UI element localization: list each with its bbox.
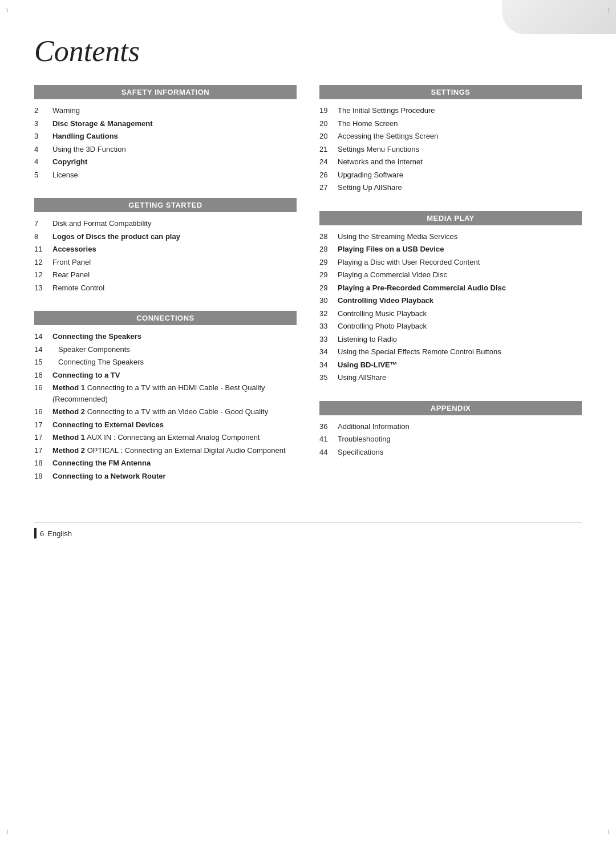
toc-text: Connecting to External Devices <box>52 419 164 431</box>
toc-num: 16 <box>34 370 52 381</box>
toc-text: Specifications <box>338 447 383 458</box>
list-item: 7 Disk and Format Compatibility <box>34 218 297 229</box>
toc-num: 18 <box>34 458 52 469</box>
toc-text: Playing a Disc with User Recorded Conten… <box>338 257 480 268</box>
toc-text: Using the Streaming Media Services <box>338 231 457 242</box>
toc-num: 12 <box>34 257 52 268</box>
list-item: 35 Using AllShare <box>319 372 582 383</box>
media-play-header: MEDIA PLAY <box>319 211 582 225</box>
section-appendix: APPENDIX 36 Additional Information 41 Tr… <box>319 401 582 460</box>
toc-text: Front Panel <box>52 257 91 268</box>
footer: 6 English <box>34 522 582 539</box>
list-item: 14 Connecting the Speakers <box>34 331 297 342</box>
list-item: 18 Connecting the FM Antenna <box>34 458 297 469</box>
toc-num: 5 <box>34 169 52 181</box>
list-item: 32 Controlling Music Playback <box>319 308 582 319</box>
toc-num: 34 <box>319 359 338 371</box>
toc-num: 3 <box>34 131 52 142</box>
toc-text: Disc Storage & Management <box>52 118 153 129</box>
toc-text: Controlling Photo Playback <box>338 321 427 332</box>
page-title: Contents <box>34 34 582 68</box>
list-item: 36 Additional Information <box>319 421 582 432</box>
toc-num: 24 <box>319 156 338 168</box>
toc-num: 28 <box>319 231 338 242</box>
toc-text: The Home Screen <box>338 118 398 129</box>
toc-text: Connecting The Speakers <box>52 357 144 368</box>
toc-text: Handling Cautions <box>52 131 118 142</box>
list-item: 28 Playing Files on a USB Device <box>319 244 582 255</box>
toc-text: Controlling Video Playback <box>338 295 433 306</box>
toc-num: 18 <box>34 471 52 482</box>
section-getting-started: GETTING STARTED 7 Disk and Format Compat… <box>34 198 297 295</box>
list-item: 16 Method 2 Connecting to a TV with an V… <box>34 406 297 418</box>
list-item: 14 Speaker Components <box>34 344 297 355</box>
section-safety: SAFETY INFORMATION 2 Warning 3 Disc Stor… <box>34 85 297 182</box>
toc-text: Connecting the FM Antenna <box>52 458 151 469</box>
list-item: 16 Connecting to a TV <box>34 370 297 381</box>
toc-text: Connecting to a Network Router <box>52 471 166 482</box>
section-settings: SETTINGS 19 The Initial Settings Procedu… <box>319 85 582 195</box>
corner-mark-tr: ┌ <box>606 6 610 12</box>
toc-num: 20 <box>319 131 338 142</box>
list-item: 29 Playing a Pre-Recorded Commercial Aud… <box>319 282 582 294</box>
toc-num: 7 <box>34 218 52 229</box>
toc-num: 16 <box>34 382 52 394</box>
list-item: 21 Settings Menu Functions <box>319 144 582 155</box>
toc-num: 29 <box>319 282 338 294</box>
toc-num: 19 <box>319 105 338 116</box>
toc-num: 15 <box>34 357 52 368</box>
list-item: 4 Copyright <box>34 156 297 168</box>
list-item: 13 Remote Control <box>34 282 297 294</box>
toc-text: Connecting to a TV <box>52 370 120 381</box>
list-item: 2 Warning <box>34 105 297 116</box>
toc-num: 21 <box>319 144 338 155</box>
list-item: 34 Using BD-LIVE™ <box>319 359 582 371</box>
toc-num: 35 <box>319 372 338 383</box>
toc-num: 26 <box>319 169 338 181</box>
toc-text: Playing Files on a USB Device <box>338 244 444 255</box>
toc-num: 33 <box>319 321 338 332</box>
toc-text: Speaker Components <box>52 344 130 355</box>
toc-num: 14 <box>34 331 52 342</box>
toc-num: 16 <box>34 406 52 418</box>
list-item: 26 Upgrading Software <box>319 169 582 181</box>
toc-text: Logos of Discs the product can play <box>52 231 180 242</box>
list-item: 16 Method 1 Connecting to a TV with an H… <box>34 382 297 404</box>
toc-text: Upgrading Software <box>338 169 403 181</box>
toc-text: The Initial Settings Procedure <box>338 105 435 116</box>
getting-started-header: GETTING STARTED <box>34 198 297 212</box>
list-item: 24 Networks and the Internet <box>319 156 582 168</box>
list-item: 33 Controlling Photo Playback <box>319 321 582 332</box>
toc-num: 30 <box>319 295 338 306</box>
toc-text: Method 1 AUX IN : Connecting an External… <box>52 432 260 443</box>
toc-num: 33 <box>319 334 338 345</box>
toc-num: 8 <box>34 231 52 242</box>
toc-num: 4 <box>34 144 52 155</box>
toc-text: Method 2 OPTICAL : Connecting an Externa… <box>52 445 286 456</box>
list-item: 3 Disc Storage & Management <box>34 118 297 129</box>
toc-num: 2 <box>34 105 52 116</box>
content-area: SAFETY INFORMATION 2 Warning 3 Disc Stor… <box>34 85 582 499</box>
toc-text: Controlling Music Playback <box>338 308 427 319</box>
toc-text: Warning <box>52 105 80 116</box>
toc-num: 14 <box>34 344 52 355</box>
toc-text: Disk and Format Compatibility <box>52 218 151 229</box>
toc-num: 27 <box>319 182 338 193</box>
footer-page-number: 6 <box>40 529 44 538</box>
list-item: 20 Accessing the Settings Screen <box>319 131 582 142</box>
toc-num: 28 <box>319 244 338 255</box>
list-item: 8 Logos of Discs the product can play <box>34 231 297 242</box>
toc-text: Setting Up AllShare <box>338 182 402 193</box>
toc-text: Copyright <box>52 156 87 168</box>
list-item: 28 Using the Streaming Media Services <box>319 231 582 242</box>
toc-num: 17 <box>34 432 52 443</box>
toc-num: 4 <box>34 156 52 168</box>
toc-text: Playing a Commercial Video Disc <box>338 269 447 281</box>
list-item: 5 License <box>34 169 297 181</box>
right-column: SETTINGS 19 The Initial Settings Procedu… <box>319 85 582 499</box>
toc-text: Additional Information <box>338 421 410 432</box>
toc-text: Playing a Pre-Recorded Commercial Audio … <box>338 282 506 294</box>
toc-text: Method 2 Connecting to a TV with an Vide… <box>52 406 268 418</box>
toc-num: 41 <box>319 434 338 445</box>
connections-header: CONNECTIONS <box>34 311 297 325</box>
